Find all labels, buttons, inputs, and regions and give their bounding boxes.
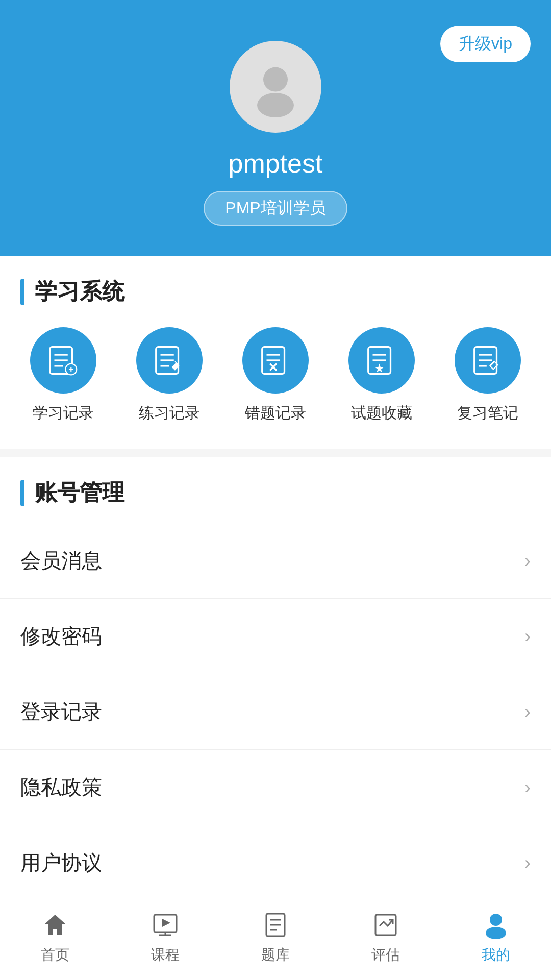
member-info-item[interactable]: 会员消息 › xyxy=(0,523,551,599)
account-management-title: 账号管理 xyxy=(35,478,124,508)
privacy-policy-chevron: › xyxy=(524,777,531,798)
avatar-icon xyxy=(245,56,306,117)
member-info-label: 会员消息 xyxy=(20,547,102,575)
wrong-record-label: 错题记录 xyxy=(245,403,306,424)
user-agreement-item[interactable]: 用户协议 › xyxy=(0,825,551,900)
study-system-header: 学习系统 xyxy=(0,256,551,322)
study-item-wrong-record[interactable]: 错题记录 xyxy=(242,327,309,424)
svg-point-37 xyxy=(486,927,506,939)
question-favorite-icon-circle xyxy=(348,327,415,394)
review-notes-icon xyxy=(470,342,506,378)
nav-item-evaluation[interactable]: 评估 xyxy=(345,910,427,965)
bottom-navigation: 首页 课程 题库 xyxy=(0,899,551,980)
question-favorite-label: 试题收藏 xyxy=(351,403,412,424)
upgrade-vip-button[interactable]: 升级vip xyxy=(440,26,531,62)
home-nav-icon xyxy=(40,910,70,940)
account-management-section: 账号管理 会员消息 › 修改密码 › 登录记录 › 隐私政策 › 用户协议 › xyxy=(0,457,551,900)
wrong-record-icon xyxy=(258,342,293,378)
home-nav-label: 首页 xyxy=(41,945,69,965)
login-record-label: 登录记录 xyxy=(20,698,102,726)
svg-point-0 xyxy=(263,67,288,92)
avatar[interactable] xyxy=(230,41,321,133)
study-grid: 学习记录 练习记录 xyxy=(0,322,551,449)
account-management-header: 账号管理 xyxy=(0,457,551,523)
wrong-record-icon-circle xyxy=(242,327,309,394)
courses-nav-icon xyxy=(150,910,181,940)
member-info-chevron: › xyxy=(524,550,531,572)
svg-point-36 xyxy=(490,914,502,926)
mine-nav-icon xyxy=(481,910,511,940)
svg-marker-22 xyxy=(375,364,384,373)
nav-item-question-bank[interactable]: 题库 xyxy=(235,910,316,965)
review-notes-label: 复习笔记 xyxy=(457,403,518,424)
change-password-chevron: › xyxy=(524,626,531,647)
practice-record-icon xyxy=(152,342,187,378)
svg-marker-28 xyxy=(162,919,170,927)
change-password-item[interactable]: 修改密码 › xyxy=(0,599,551,674)
study-record-icon-circle xyxy=(30,327,96,394)
nav-item-mine[interactable]: 我的 xyxy=(455,910,537,965)
user-agreement-chevron: › xyxy=(524,852,531,874)
study-record-label: 学习记录 xyxy=(33,403,94,424)
evaluation-nav-icon xyxy=(370,910,401,940)
nav-item-courses[interactable]: 课程 xyxy=(124,910,206,965)
study-item-review-notes[interactable]: 复习笔记 xyxy=(455,327,521,424)
account-section-bar xyxy=(20,480,24,506)
study-item-practice-record[interactable]: 练习记录 xyxy=(136,327,203,424)
nav-item-home[interactable]: 首页 xyxy=(14,910,96,965)
profile-header: 升级vip pmptest PMP培训学员 xyxy=(0,0,551,256)
question-favorite-icon xyxy=(364,342,399,378)
username: pmptest xyxy=(229,148,323,179)
review-notes-icon-circle xyxy=(455,327,521,394)
user-tag: PMP培训学员 xyxy=(204,191,347,226)
change-password-label: 修改密码 xyxy=(20,622,102,650)
privacy-policy-item[interactable]: 隐私政策 › xyxy=(0,750,551,825)
login-record-item[interactable]: 登录记录 › xyxy=(0,674,551,750)
question-bank-nav-label: 题库 xyxy=(261,945,290,965)
svg-point-1 xyxy=(257,93,294,117)
practice-record-label: 练习记录 xyxy=(139,403,200,424)
study-system-title: 学习系统 xyxy=(35,277,124,307)
section-bar xyxy=(20,279,24,305)
study-item-question-favorite[interactable]: 试题收藏 xyxy=(348,327,415,424)
study-item-study-record[interactable]: 学习记录 xyxy=(30,327,96,424)
mine-nav-label: 我的 xyxy=(482,945,510,965)
login-record-chevron: › xyxy=(524,701,531,723)
privacy-policy-label: 隐私政策 xyxy=(20,773,102,801)
study-system-section: 学习系统 学习记录 xyxy=(0,256,551,449)
section-separator xyxy=(0,449,551,457)
user-agreement-label: 用户协议 xyxy=(20,849,102,877)
practice-record-icon-circle xyxy=(136,327,203,394)
courses-nav-label: 课程 xyxy=(151,945,180,965)
evaluation-nav-label: 评估 xyxy=(371,945,400,965)
study-record-icon xyxy=(45,342,81,378)
question-bank-nav-icon xyxy=(260,910,291,940)
